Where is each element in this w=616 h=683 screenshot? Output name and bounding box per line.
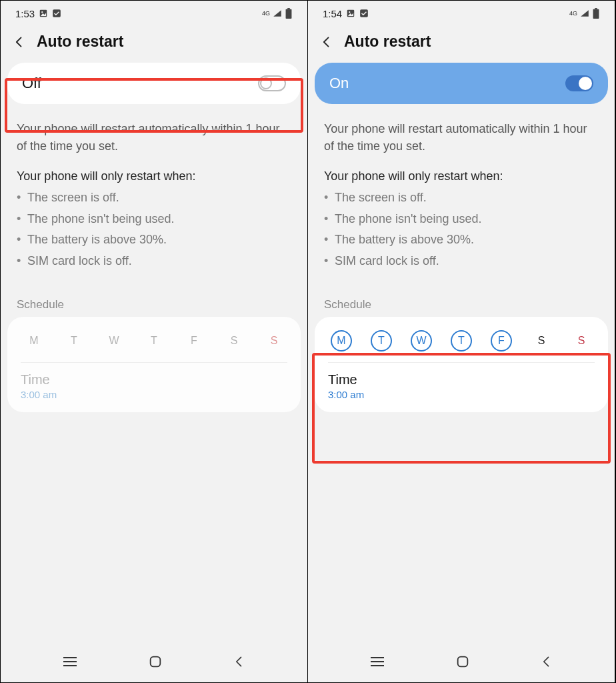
schedule-card: M T W T F S S Time 3:00 am [315, 317, 608, 412]
screen-left: 1:53 4G Auto restart Off Your phon [1, 1, 308, 682]
day-tue[interactable]: T [63, 330, 85, 352]
status-bar: 1:53 4G [1, 1, 307, 26]
battery-icon [592, 8, 600, 19]
conditions-list: The screen is off. The phone isn't being… [308, 187, 615, 271]
restart-description: Your phone will restart automatically wi… [1, 104, 307, 155]
svg-point-1 [41, 11, 43, 13]
home-button[interactable] [148, 654, 163, 672]
back-button[interactable] [319, 34, 335, 50]
condition-item: SIM card lock is off. [335, 251, 599, 272]
svg-rect-17 [458, 657, 468, 667]
condition-item: The screen is off. [27, 187, 291, 209]
screen-right: 1:54 4G Auto restart On Your phone wi [308, 1, 615, 682]
status-time: 1:54 [323, 8, 342, 19]
svg-rect-11 [360, 9, 368, 17]
day-sat[interactable]: S [223, 330, 245, 352]
status-bar: 1:54 4G [308, 1, 615, 26]
day-fri[interactable]: F [491, 330, 512, 352]
page-title: Auto restart [37, 33, 123, 51]
time-value: 3:00 am [21, 389, 287, 400]
toggle-switch[interactable] [565, 75, 593, 91]
day-sat[interactable]: S [531, 330, 552, 352]
days-row: M T W T F S S [21, 329, 287, 363]
time-picker[interactable]: Time 3:00 am [328, 363, 595, 400]
network-type: 4G [262, 11, 270, 17]
day-wed[interactable]: W [411, 330, 432, 352]
condition-item: The phone isn't being used. [27, 209, 291, 230]
toggle-state-label: Off [22, 75, 41, 92]
page-title: Auto restart [344, 33, 431, 51]
picture-icon [39, 9, 48, 18]
android-navbar [308, 644, 615, 682]
day-tue[interactable]: T [371, 330, 392, 352]
day-fri[interactable]: F [183, 330, 205, 352]
schedule-heading: Schedule [308, 271, 615, 317]
toggle-state-label: On [329, 75, 349, 92]
day-sun[interactable]: S [263, 330, 285, 352]
schedule-heading: Schedule [1, 271, 307, 317]
time-value: 3:00 am [328, 389, 595, 400]
check-icon [52, 9, 61, 18]
condition-item: The phone isn't being used. [335, 209, 599, 230]
conditions-title: Your phone will only restart when: [308, 155, 615, 187]
day-thu[interactable]: T [451, 330, 472, 352]
time-picker[interactable]: Time 3:00 am [21, 363, 287, 400]
svg-rect-4 [286, 9, 292, 19]
time-label: Time [328, 372, 595, 388]
signal-icon [580, 9, 589, 18]
condition-item: The battery is above 30%. [335, 229, 599, 251]
svg-rect-12 [595, 8, 597, 9]
day-mon[interactable]: M [23, 330, 45, 352]
conditions-title: Your phone will only restart when: [1, 155, 307, 187]
svg-rect-13 [593, 9, 599, 19]
signal-icon [273, 9, 282, 18]
status-time: 1:53 [15, 8, 35, 19]
day-sun[interactable]: S [571, 330, 592, 352]
svg-point-10 [349, 11, 350, 13]
day-wed[interactable]: W [103, 330, 125, 352]
battery-icon [285, 8, 293, 19]
days-row: M T W T F S S [328, 329, 595, 363]
svg-rect-3 [287, 8, 290, 9]
nav-back-button[interactable] [233, 655, 246, 671]
home-button[interactable] [455, 654, 470, 672]
day-mon[interactable]: M [331, 330, 352, 352]
day-thu[interactable]: T [143, 330, 165, 352]
time-label: Time [21, 372, 287, 388]
schedule-card: M T W T F S S Time 3:00 am [7, 317, 301, 412]
back-button[interactable] [11, 34, 27, 50]
svg-rect-8 [151, 657, 161, 667]
header: Auto restart [1, 26, 307, 63]
condition-item: SIM card lock is off. [27, 251, 291, 272]
restart-description: Your phone will restart automatically wi… [308, 104, 615, 155]
svg-rect-2 [53, 9, 61, 17]
condition-item: The battery is above 30%. [27, 229, 291, 251]
condition-item: The screen is off. [335, 187, 599, 209]
master-toggle-row[interactable]: On [315, 63, 608, 104]
nav-back-button[interactable] [540, 655, 553, 671]
recents-button[interactable] [369, 656, 385, 670]
recents-button[interactable] [62, 656, 78, 670]
toggle-switch[interactable] [258, 75, 286, 91]
check-icon [359, 9, 369, 18]
network-type: 4G [569, 11, 577, 17]
android-navbar [1, 644, 307, 682]
header: Auto restart [308, 26, 615, 63]
master-toggle-row[interactable]: Off [7, 63, 301, 104]
picture-icon [346, 9, 355, 18]
conditions-list: The screen is off. The phone isn't being… [1, 187, 307, 271]
